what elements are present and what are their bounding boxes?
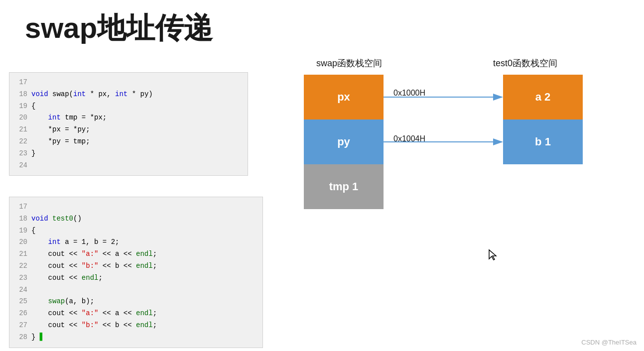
page-title: swap地址传递 (25, 9, 213, 48)
code-panel-top: 17 18void swap(int * px, int * py) 19{ 2… (9, 72, 248, 176)
code-line: 20 int tmp = *px; (15, 112, 242, 124)
code-line: 18void swap(int * px, int * py) (15, 89, 242, 101)
code-line: 23} (15, 148, 242, 160)
code-line: 21 *px = *py; (15, 124, 242, 136)
code-line: 19{ (15, 101, 242, 113)
code-line: 24 (15, 284, 257, 296)
arrows-svg (279, 57, 628, 266)
code-line: 18void test0() (15, 213, 257, 225)
code-line: 21 cout << "a:" << a << endl; (15, 248, 257, 260)
code-panel-bottom: 17 18void test0() 19{ 20 int a = 1, b = … (9, 197, 263, 348)
code-line: 25 swap(a, b); (15, 296, 257, 308)
code-line: 27 cout << "b:" << b << endl; (15, 320, 257, 332)
stack-diagram: swap函数栈空间 test0函数栈空间 px py tmp 1 a 2 b 1… (279, 57, 628, 266)
code-line: 28} ▋ (15, 332, 257, 344)
code-line: 17 (15, 201, 257, 213)
code-line: 24 (15, 160, 242, 172)
code-line: 22 cout << "b:" << b << endl; (15, 260, 257, 272)
code-line: 20 int a = 1, b = 2; (15, 236, 257, 248)
watermark: CSDN @TheITSea (581, 339, 637, 346)
code-line: 26 cout << "a:" << a << endl; (15, 308, 257, 320)
code-line: 19{ (15, 225, 257, 237)
code-line: 23 cout << endl; (15, 272, 257, 284)
code-line: 22 *py = tmp; (15, 136, 242, 148)
code-line: 17 (15, 77, 242, 89)
